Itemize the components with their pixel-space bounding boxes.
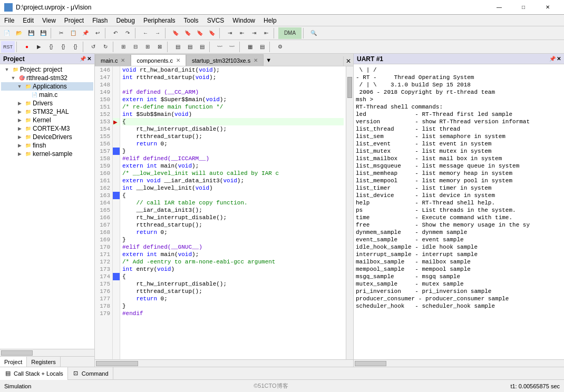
tb-run[interactable]: ▶	[33, 41, 45, 53]
tb-step-back[interactable]: ↺	[87, 41, 99, 53]
menu-file[interactable]: File	[0, 15, 18, 26]
ln-172: 172	[95, 258, 112, 266]
tree-stm32-hal[interactable]: ▶ 📁 STM32_HAL	[1, 107, 93, 116]
tb-brace1[interactable]: {}	[45, 41, 57, 53]
tb-cut[interactable]: ✂	[55, 27, 67, 39]
tb-view3[interactable]: ⊞	[142, 41, 153, 53]
tb-settings[interactable]: ⚙	[274, 41, 286, 53]
tb-mem1[interactable]: ▤	[172, 41, 183, 53]
tb-search[interactable]: 🔍	[308, 27, 319, 39]
uart-scrollbar-x[interactable]	[354, 359, 564, 367]
menu-project[interactable]: Project	[60, 15, 88, 26]
tree-drivers[interactable]: ▶ 📁 Drivers	[1, 99, 93, 107]
menu-tools[interactable]: Tools	[180, 15, 203, 26]
tb-saveall[interactable]: 💾	[37, 27, 49, 39]
tb-paste[interactable]: 📌	[80, 27, 91, 39]
uart-title: UART #1	[357, 55, 383, 63]
tb-view1[interactable]: ⊞	[118, 41, 129, 53]
project-close[interactable]: ✕	[87, 56, 91, 62]
tree-project-root[interactable]: ▼ 📁 Project: project	[1, 65, 93, 74]
tree-expand-icon8: ▶	[16, 133, 23, 141]
code-line-154: rt_hw_interrupt_disable();	[122, 125, 344, 133]
tb-brace3[interactable]: {}	[70, 41, 81, 53]
tree-main-c[interactable]: 📄 main.c	[1, 91, 93, 99]
tb-new[interactable]: 📄	[1, 27, 13, 39]
uart-line-2: / | \ 3.1.0 build Sep 15 2018	[356, 81, 562, 89]
tb-dbg2[interactable]: ▤	[256, 41, 268, 53]
menu-edit[interactable]: Edit	[18, 15, 38, 26]
tb-copy[interactable]: 📋	[67, 27, 79, 39]
tab-overflow[interactable]: ▼	[264, 54, 274, 66]
code-editor[interactable]: void rt_hw_board_init(void); int rtthrea…	[120, 66, 346, 359]
close-tab-btn[interactable]: ✕	[343, 56, 353, 66]
uart-line-21: free - Show the memory usage in the sy	[356, 221, 562, 229]
tab-main-c[interactable]: main.c ✕	[95, 54, 131, 66]
maximize-button[interactable]: □	[511, 0, 536, 15]
tb-view4[interactable]: ⊠	[154, 41, 166, 53]
tab-close2[interactable]: ✕	[254, 57, 258, 63]
menu-svcs[interactable]: SVCS	[203, 15, 229, 26]
tb-indent[interactable]: ⇥	[224, 27, 236, 39]
tb-bookmark3[interactable]: 🔖	[194, 27, 206, 39]
uart-content[interactable]: \ | / - RT - Thread Operating System / |…	[354, 64, 564, 359]
sep-4	[165, 28, 168, 38]
tb-nav-back[interactable]: ←	[140, 27, 151, 39]
uart-line-19: ps - List threads in the system.	[356, 207, 562, 214]
menu-view[interactable]: View	[38, 15, 60, 26]
tab-registers[interactable]: Registers	[27, 357, 60, 367]
uart-pin[interactable]: 📌	[549, 56, 556, 62]
tb-rst[interactable]: RST	[1, 41, 15, 53]
tree-kernel-sample[interactable]: ▶ 📁 kernel-sample	[1, 150, 93, 158]
tb-undo[interactable]: ↩	[92, 27, 103, 39]
tab-project[interactable]: Project	[0, 357, 27, 367]
tb-bookmark4[interactable]: 🔖	[206, 27, 218, 39]
menu-flash[interactable]: Flash	[88, 15, 112, 26]
close-button[interactable]: ✕	[536, 0, 560, 15]
tb-indent2[interactable]: ⇥	[248, 27, 260, 39]
editor-scrollbar-x[interactable]	[95, 359, 353, 367]
tree-applications[interactable]: ▼ 📁 Applications	[1, 82, 93, 91]
tree-device-drivers[interactable]: ▶ 📁 DeviceDrivers	[1, 133, 93, 141]
tb-view2[interactable]: ⊟	[130, 41, 141, 53]
tab-components-c[interactable]: components.c ✕	[131, 54, 186, 66]
tree-cortex[interactable]: ▶ 📁 CORTEX-M3	[1, 124, 93, 133]
tb-step-fwd[interactable]: ↻	[100, 41, 111, 53]
editor-scrollbar-v[interactable]	[346, 66, 353, 359]
tree-kernel[interactable]: ▶ 📁 Kernel	[1, 116, 93, 124]
tb-brace2[interactable]: {}	[57, 41, 69, 53]
tb-mem2[interactable]: ▤	[184, 41, 196, 53]
project-scrollbar-x[interactable]	[0, 349, 94, 356]
tab-close-active[interactable]: ✕	[176, 57, 180, 63]
tb-save[interactable]: 💾	[25, 27, 37, 39]
tree-target[interactable]: ▼ 🎯 rtthread-stm32	[1, 74, 93, 82]
uart-hscroll-thumb[interactable]	[355, 361, 386, 366]
tb-wave2[interactable]: 〰	[226, 41, 238, 53]
tb-nav-fwd[interactable]: →	[152, 27, 163, 39]
tb-dbg1[interactable]: ▦	[244, 41, 256, 53]
tb-stop[interactable]: ●	[21, 41, 33, 53]
tree-finsh[interactable]: ▶ 📁 finsh	[1, 141, 93, 150]
project-pin[interactable]: 📌	[80, 56, 86, 62]
menu-help[interactable]: Help	[259, 15, 281, 26]
tb-unindent[interactable]: ⇤	[236, 27, 248, 39]
tab-startup-s[interactable]: startup_stm32f103xe.s ✕	[186, 54, 264, 66]
uart-close[interactable]: ✕	[557, 56, 561, 62]
tb-bookmark2[interactable]: 🔖	[182, 27, 193, 39]
tab-callstack[interactable]: ▤ Call Stack + Locals	[0, 367, 68, 380]
tb-undo2[interactable]: ↶	[110, 27, 121, 39]
tb-mem3[interactable]: ▤	[196, 41, 208, 53]
minimize-button[interactable]: —	[487, 0, 511, 15]
tb-unindent2[interactable]: ⇤	[260, 27, 272, 39]
tb-wave[interactable]: 〰	[214, 41, 226, 53]
tb-redo[interactable]: ↷	[122, 27, 133, 39]
tab-command[interactable]: ⊡ Command	[68, 367, 113, 380]
menu-peripherals[interactable]: Peripherals	[139, 15, 180, 26]
tb-open[interactable]: 📂	[13, 27, 25, 39]
menu-window[interactable]: Window	[228, 15, 259, 26]
tab-close[interactable]: ✕	[121, 57, 125, 63]
menu-debug[interactable]: Debug	[112, 15, 139, 26]
scrollbar-thumb[interactable]	[347, 77, 352, 98]
hscroll-thumb[interactable]	[96, 361, 138, 366]
tb-build[interactable]: DMA	[278, 27, 302, 39]
tb-bookmark[interactable]: 🔖	[170, 27, 181, 39]
